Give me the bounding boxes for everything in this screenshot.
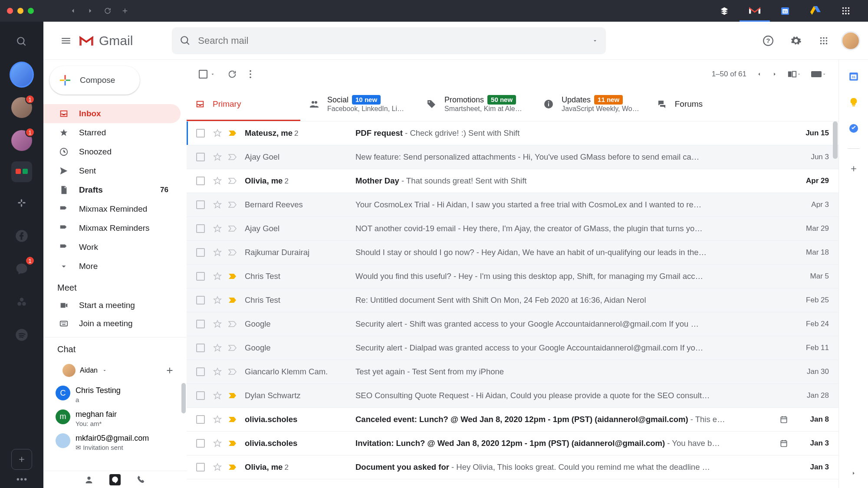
topbar-app-stack[interactable]: [709, 0, 740, 22]
importance-marker[interactable]: [228, 393, 239, 399]
importance-marker[interactable]: [228, 130, 239, 136]
select-all-checkbox[interactable]: [199, 70, 215, 79]
sidebar-item-more[interactable]: More: [43, 257, 181, 276]
input-tools-button[interactable]: [811, 71, 826, 78]
mail-row[interactable]: Olivia, me2Document you asked for - Hey …: [187, 455, 838, 479]
rail-account-1[interactable]: [10, 62, 34, 87]
star-toggle[interactable]: [213, 367, 222, 377]
addon-tasks[interactable]: [848, 122, 860, 134]
star-toggle[interactable]: [213, 462, 222, 472]
importance-marker[interactable]: [228, 273, 239, 279]
topbar-app-calendar[interactable]: 31: [770, 0, 800, 22]
row-checkbox[interactable]: [196, 248, 205, 257]
star-toggle[interactable]: [213, 224, 222, 233]
chat-row[interactable]: mmeghan fairYou: am*: [56, 407, 187, 431]
main-menu-button[interactable]: [56, 30, 76, 51]
star-toggle[interactable]: [213, 176, 222, 186]
row-checkbox[interactable]: [196, 272, 205, 281]
account-avatar[interactable]: [841, 31, 860, 50]
mail-row[interactable]: Ajay GoelNew feature: Send personalized …: [187, 145, 838, 169]
star-toggle[interactable]: [213, 152, 222, 162]
search-box[interactable]: [172, 27, 606, 54]
split-pane-button[interactable]: [787, 70, 801, 78]
tab-forums[interactable]: Forums: [648, 88, 735, 121]
compose-button[interactable]: Compose: [49, 66, 140, 95]
mail-row[interactable]: Giancarlo Klemm Cam.Test yet again - Tes…: [187, 360, 838, 384]
rail-add-app[interactable]: [11, 449, 32, 470]
row-checkbox[interactable]: [196, 200, 205, 209]
addon-keep[interactable]: [848, 96, 860, 108]
sidebar-item-starred[interactable]: Starred: [43, 123, 181, 142]
row-checkbox[interactable]: [196, 129, 205, 138]
minimize-window-icon[interactable]: [17, 8, 23, 14]
nav-back-button[interactable]: [64, 2, 82, 20]
meet-start[interactable]: Start a meeting: [43, 296, 187, 314]
nav-forward-button[interactable]: [82, 2, 99, 20]
star-toggle[interactable]: [213, 272, 222, 281]
rail-facebook[interactable]: [10, 224, 34, 248]
person-icon[interactable]: [84, 475, 94, 485]
page-prev-button[interactable]: [756, 71, 762, 77]
star-toggle[interactable]: [213, 128, 222, 138]
importance-marker[interactable]: [228, 464, 239, 470]
star-toggle[interactable]: [213, 200, 222, 210]
chat-scrollbar-thumb[interactable]: [181, 383, 186, 413]
row-checkbox[interactable]: [196, 296, 205, 305]
mail-row[interactable]: olivia.scholesInvitation: Lunch? @ Wed J…: [187, 432, 838, 455]
mail-row[interactable]: Chris TestWould you find this useful? - …: [187, 265, 838, 288]
star-toggle[interactable]: [213, 343, 222, 353]
row-checkbox[interactable]: [196, 177, 205, 185]
hangouts-icon[interactable]: [109, 474, 121, 485]
mail-row[interactable]: Dylan SchwartzSEO Consulting Quote Reque…: [187, 384, 838, 408]
star-toggle[interactable]: [213, 295, 222, 305]
mail-row[interactable]: Olivia, me2Mother Day - That sounds grea…: [187, 169, 838, 193]
importance-marker[interactable]: [228, 297, 239, 303]
sidebar-item-mixmax-reminders[interactable]: Mixmax Reminders: [43, 219, 181, 238]
importance-marker[interactable]: [228, 321, 239, 327]
star-toggle[interactable]: [213, 248, 222, 257]
rail-workspace[interactable]: [11, 161, 32, 182]
row-checkbox[interactable]: [196, 439, 205, 448]
star-toggle[interactable]: [213, 391, 222, 400]
chat-current-user[interactable]: Aidan: [57, 361, 112, 380]
dropdown-icon[interactable]: [592, 38, 598, 44]
mail-row[interactable]: GoogleSecurity alert - Shift was granted…: [187, 312, 838, 336]
importance-marker[interactable]: [228, 178, 239, 184]
star-toggle[interactable]: [213, 319, 222, 329]
tab-primary[interactable]: Primary: [187, 88, 300, 121]
row-checkbox[interactable]: [196, 153, 205, 161]
reload-button[interactable]: [99, 2, 116, 20]
importance-marker[interactable]: [228, 416, 239, 422]
phone-icon[interactable]: [136, 475, 146, 485]
close-window-icon[interactable]: [7, 8, 13, 14]
mail-row[interactable]: GoogleSecurity alert - Dialpad was grant…: [187, 336, 838, 360]
importance-marker[interactable]: [228, 440, 239, 446]
importance-marker[interactable]: [228, 226, 239, 232]
star-toggle[interactable]: [213, 439, 222, 448]
chat-row[interactable]: mkfair05@gmail.com✉ Invitation sent: [56, 431, 187, 455]
support-button[interactable]: ?: [758, 30, 779, 51]
sidebar-item-work[interactable]: Work: [43, 238, 181, 257]
search-input[interactable]: [198, 35, 592, 46]
rail-account-2[interactable]: 1: [10, 95, 34, 120]
importance-marker[interactable]: [228, 249, 239, 255]
mail-row[interactable]: Chris TestRe: Untitled document Sent wit…: [187, 288, 838, 312]
row-checkbox[interactable]: [196, 224, 205, 233]
importance-marker[interactable]: [228, 154, 239, 160]
page-next-button[interactable]: [772, 71, 778, 77]
refresh-button[interactable]: [227, 69, 237, 79]
row-checkbox[interactable]: [196, 344, 205, 352]
sidebar-item-sent[interactable]: Sent: [43, 161, 181, 180]
chat-new-button[interactable]: [165, 366, 174, 375]
apps-button[interactable]: [813, 30, 834, 51]
mail-row[interactable]: Mateusz, me2PDF request - Check gdrive! …: [187, 121, 838, 145]
rail-more[interactable]: [16, 478, 27, 481]
tab-updates[interactable]: Updates 11 newJavaScript Weekly, Wo…: [535, 88, 648, 121]
topbar-app-gmail[interactable]: [740, 0, 770, 22]
row-checkbox[interactable]: [196, 463, 205, 472]
rail-account-3[interactable]: 1: [10, 128, 34, 153]
row-checkbox[interactable]: [196, 415, 205, 424]
meet-join[interactable]: Join a meeting: [43, 314, 187, 333]
importance-marker[interactable]: [228, 345, 239, 351]
rail-messenger[interactable]: 1: [10, 257, 34, 281]
